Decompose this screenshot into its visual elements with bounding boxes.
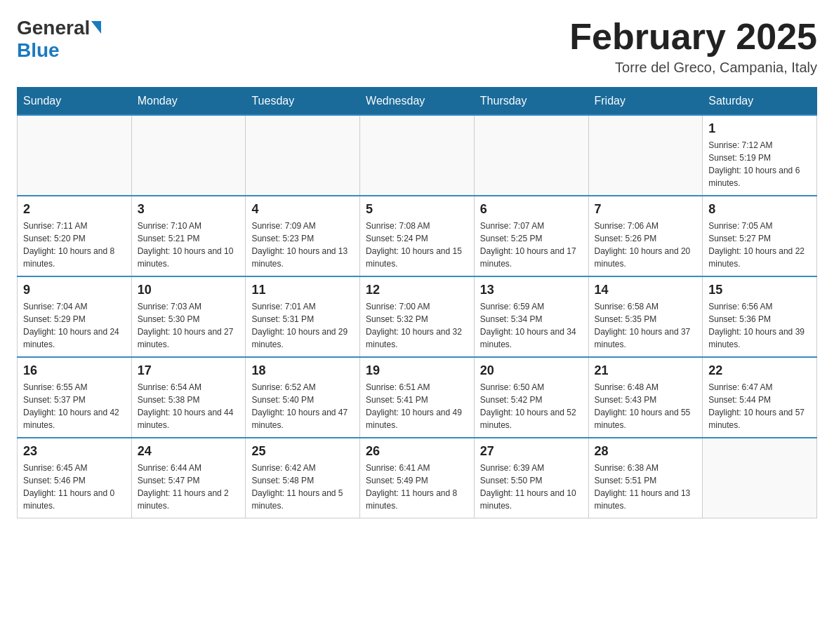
day-number: 8 [708, 202, 811, 217]
day-number: 1 [708, 121, 811, 136]
day-info: Sunrise: 7:11 AMSunset: 5:20 PMDaylight:… [23, 220, 126, 270]
day-cell-w3-d2: 10Sunrise: 7:03 AMSunset: 5:30 PMDayligh… [131, 276, 246, 357]
day-number: 22 [708, 363, 811, 378]
day-cell-w1-d4 [360, 115, 475, 196]
day-cell-w5-d6: 28Sunrise: 6:38 AMSunset: 5:51 PMDayligh… [588, 438, 703, 518]
day-info: Sunrise: 7:09 AMSunset: 5:23 PMDaylight:… [251, 220, 354, 270]
day-info: Sunrise: 6:44 AMSunset: 5:47 PMDaylight:… [138, 462, 240, 512]
day-number: 14 [595, 283, 697, 297]
day-info: Sunrise: 6:39 AMSunset: 5:50 PMDaylight:… [480, 462, 583, 512]
day-number: 5 [366, 202, 468, 217]
day-number: 3 [138, 202, 240, 217]
day-cell-w4-d7: 22Sunrise: 6:47 AMSunset: 5:44 PMDayligh… [703, 357, 817, 438]
day-cell-w3-d4: 12Sunrise: 7:00 AMSunset: 5:32 PMDayligh… [360, 276, 475, 357]
day-info: Sunrise: 7:12 AMSunset: 5:19 PMDaylight:… [708, 139, 811, 189]
day-number: 24 [138, 444, 240, 459]
calendar-title: February 2025 [569, 17, 817, 57]
day-cell-w4-d3: 18Sunrise: 6:52 AMSunset: 5:40 PMDayligh… [246, 357, 360, 438]
day-number: 11 [251, 283, 354, 297]
day-cell-w4-d5: 20Sunrise: 6:50 AMSunset: 5:42 PMDayligh… [474, 357, 588, 438]
week-row-3: 9Sunrise: 7:04 AMSunset: 5:29 PMDaylight… [18, 276, 817, 357]
day-info: Sunrise: 6:59 AMSunset: 5:34 PMDaylight:… [480, 300, 583, 351]
day-number: 15 [708, 283, 811, 297]
calendar-subtitle: Torre del Greco, Campania, Italy [569, 60, 817, 76]
day-cell-w5-d4: 26Sunrise: 6:41 AMSunset: 5:49 PMDayligh… [360, 438, 475, 518]
day-cell-w1-d1 [18, 115, 132, 196]
day-info: Sunrise: 6:47 AMSunset: 5:44 PMDaylight:… [708, 381, 811, 431]
header-tuesday: Tuesday [246, 88, 360, 116]
day-info: Sunrise: 7:05 AMSunset: 5:27 PMDaylight:… [708, 220, 811, 270]
day-number: 6 [480, 202, 583, 217]
day-number: 23 [23, 444, 126, 459]
week-row-4: 16Sunrise: 6:55 AMSunset: 5:37 PMDayligh… [18, 357, 817, 438]
day-info: Sunrise: 7:03 AMSunset: 5:30 PMDaylight:… [138, 300, 240, 351]
header-friday: Friday [588, 88, 703, 116]
logo-general-text: General [17, 17, 90, 39]
day-info: Sunrise: 6:41 AMSunset: 5:49 PMDaylight:… [366, 462, 468, 512]
day-cell-w1-d2 [131, 115, 246, 196]
day-info: Sunrise: 6:52 AMSunset: 5:40 PMDaylight:… [251, 381, 354, 431]
day-info: Sunrise: 6:55 AMSunset: 5:37 PMDaylight:… [23, 381, 126, 431]
day-info: Sunrise: 6:48 AMSunset: 5:43 PMDaylight:… [595, 381, 697, 431]
day-number: 26 [366, 444, 468, 459]
day-cell-w2-d5: 6Sunrise: 7:07 AMSunset: 5:25 PMDaylight… [474, 196, 588, 276]
calendar-table: SundayMondayTuesdayWednesdayThursdayFrid… [17, 87, 817, 518]
week-row-1: 1Sunrise: 7:12 AMSunset: 5:19 PMDaylight… [18, 115, 817, 196]
day-number: 16 [23, 363, 126, 378]
day-cell-w2-d3: 4Sunrise: 7:09 AMSunset: 5:23 PMDaylight… [246, 196, 360, 276]
day-number: 10 [138, 283, 240, 297]
day-number: 18 [251, 363, 354, 378]
day-cell-w4-d2: 17Sunrise: 6:54 AMSunset: 5:38 PMDayligh… [131, 357, 246, 438]
day-info: Sunrise: 6:50 AMSunset: 5:42 PMDaylight:… [480, 381, 583, 431]
day-cell-w3-d5: 13Sunrise: 6:59 AMSunset: 5:34 PMDayligh… [474, 276, 588, 357]
day-cell-w2-d1: 2Sunrise: 7:11 AMSunset: 5:20 PMDaylight… [18, 196, 132, 276]
day-info: Sunrise: 7:04 AMSunset: 5:29 PMDaylight:… [23, 300, 126, 351]
day-info: Sunrise: 7:00 AMSunset: 5:32 PMDaylight:… [366, 300, 468, 351]
week-row-2: 2Sunrise: 7:11 AMSunset: 5:20 PMDaylight… [18, 196, 817, 276]
week-row-5: 23Sunrise: 6:45 AMSunset: 5:46 PMDayligh… [18, 438, 817, 518]
day-info: Sunrise: 7:08 AMSunset: 5:24 PMDaylight:… [366, 220, 468, 270]
day-number: 25 [251, 444, 354, 459]
day-number: 7 [595, 202, 697, 217]
day-number: 19 [366, 363, 468, 378]
page-header: General Blue February 2025 Torre del Gre… [17, 17, 817, 76]
day-number: 28 [595, 444, 697, 459]
day-info: Sunrise: 6:58 AMSunset: 5:35 PMDaylight:… [595, 300, 697, 351]
day-info: Sunrise: 7:06 AMSunset: 5:26 PMDaylight:… [595, 220, 697, 270]
day-number: 13 [480, 283, 583, 297]
day-number: 9 [23, 283, 126, 297]
logo-blue-text: Blue [17, 39, 60, 62]
day-cell-w3-d6: 14Sunrise: 6:58 AMSunset: 5:35 PMDayligh… [588, 276, 703, 357]
day-cell-w1-d5 [474, 115, 588, 196]
day-cell-w5-d3: 25Sunrise: 6:42 AMSunset: 5:48 PMDayligh… [246, 438, 360, 518]
day-number: 17 [138, 363, 240, 378]
day-cell-w4-d1: 16Sunrise: 6:55 AMSunset: 5:37 PMDayligh… [18, 357, 132, 438]
header-sunday: Sunday [18, 88, 132, 116]
calendar-header-row: SundayMondayTuesdayWednesdayThursdayFrid… [18, 88, 817, 116]
day-number: 12 [366, 283, 468, 297]
logo: General Blue [17, 17, 101, 62]
day-info: Sunrise: 6:54 AMSunset: 5:38 PMDaylight:… [138, 381, 240, 431]
day-cell-w2-d7: 8Sunrise: 7:05 AMSunset: 5:27 PMDaylight… [703, 196, 817, 276]
day-info: Sunrise: 6:51 AMSunset: 5:41 PMDaylight:… [366, 381, 468, 431]
day-cell-w3-d3: 11Sunrise: 7:01 AMSunset: 5:31 PMDayligh… [246, 276, 360, 357]
day-cell-w3-d1: 9Sunrise: 7:04 AMSunset: 5:29 PMDaylight… [18, 276, 132, 357]
day-number: 27 [480, 444, 583, 459]
header-monday: Monday [131, 88, 246, 116]
day-number: 20 [480, 363, 583, 378]
day-cell-w5-d5: 27Sunrise: 6:39 AMSunset: 5:50 PMDayligh… [474, 438, 588, 518]
day-cell-w2-d6: 7Sunrise: 7:06 AMSunset: 5:26 PMDaylight… [588, 196, 703, 276]
header-wednesday: Wednesday [360, 88, 475, 116]
header-thursday: Thursday [474, 88, 588, 116]
day-cell-w2-d4: 5Sunrise: 7:08 AMSunset: 5:24 PMDaylight… [360, 196, 475, 276]
logo-arrow-icon [91, 21, 101, 34]
day-cell-w5-d2: 24Sunrise: 6:44 AMSunset: 5:47 PMDayligh… [131, 438, 246, 518]
day-info: Sunrise: 6:56 AMSunset: 5:36 PMDaylight:… [708, 300, 811, 351]
day-cell-w5-d1: 23Sunrise: 6:45 AMSunset: 5:46 PMDayligh… [18, 438, 132, 518]
day-cell-w2-d2: 3Sunrise: 7:10 AMSunset: 5:21 PMDaylight… [131, 196, 246, 276]
day-info: Sunrise: 6:42 AMSunset: 5:48 PMDaylight:… [251, 462, 354, 512]
day-cell-w5-d7 [703, 438, 817, 518]
day-info: Sunrise: 7:07 AMSunset: 5:25 PMDaylight:… [480, 220, 583, 270]
day-cell-w4-d6: 21Sunrise: 6:48 AMSunset: 5:43 PMDayligh… [588, 357, 703, 438]
day-info: Sunrise: 6:45 AMSunset: 5:46 PMDaylight:… [23, 462, 126, 512]
